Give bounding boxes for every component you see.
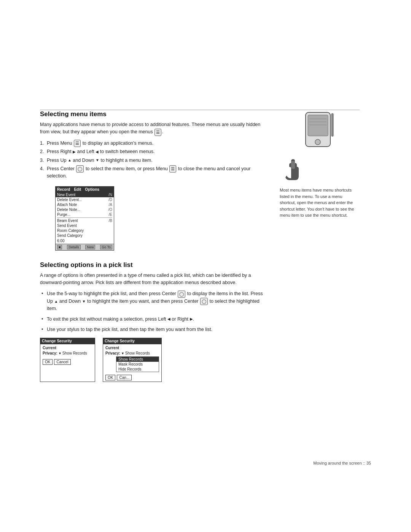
picklist2-option-mask[interactable]: Mask Records xyxy=(116,362,159,367)
right-arrow-2: ▶ xyxy=(190,316,193,322)
center-icon-2: ◯ xyxy=(200,298,208,305)
hand-pointer-icon xyxy=(284,159,301,180)
right-arrow-icon: ▶ xyxy=(73,149,76,155)
picklist2-privacy-value: Show Records xyxy=(125,351,150,355)
page-footer: Moving around the screen :: 35 xyxy=(313,461,371,465)
left-arrow-2: ◀ xyxy=(167,316,170,322)
main-content: Selecting menu items Many applications h… xyxy=(40,110,264,382)
menu-row-beam-event: Beam Event /B xyxy=(56,218,114,223)
menu-divider xyxy=(57,217,112,218)
svg-rect-1 xyxy=(308,115,328,136)
picklist1-current-label: Current xyxy=(43,346,56,350)
pda-device-container xyxy=(280,110,356,152)
menu-row-room-category: Room Category xyxy=(56,228,114,233)
picklist2-header: Change Security i xyxy=(103,338,161,344)
hand-pointer-container xyxy=(284,159,356,182)
bullet-3: Use your stylus to tap the pick list, an… xyxy=(40,326,264,333)
bullet-1: Use the 5-way to highlight the pick list… xyxy=(40,290,264,312)
section2-intro: A range of options is often presented in… xyxy=(40,272,264,287)
picklist2-arrow: ▼ xyxy=(121,351,124,355)
picklist-screenshot-1: Change Security i Current Privacy: ▼ Sho… xyxy=(40,338,95,382)
picklist1-privacy-row: Privacy: ▼ Show Records xyxy=(43,351,92,355)
menu-footer-goto: Go To xyxy=(100,245,112,249)
section2-title: Selecting options in a pick list xyxy=(40,261,264,269)
page: Selecting menu items Many applications h… xyxy=(0,0,411,532)
picklist2-privacy-row: Privacy: ▼ Show Records xyxy=(105,351,159,355)
picklist2-current-label: Current xyxy=(105,346,119,350)
picklist2-options: Show Records Mask Records Hide Records xyxy=(116,356,159,372)
picklist-screenshot-2: Change Security i Current Privacy: ▼ Sho… xyxy=(103,338,162,382)
menu-screenshot: Record Edit Options New Event /N Delete … xyxy=(55,186,114,251)
bullet-2: To exit the pick list without making a s… xyxy=(40,316,264,323)
section2-bullets: Use the 5-way to highlight the pick list… xyxy=(40,290,264,333)
picklist1-privacy-label: Privacy: xyxy=(43,351,57,355)
menu-footer-details: ■ xyxy=(57,245,62,249)
svg-point-5 xyxy=(315,139,320,145)
section-divider xyxy=(40,110,360,110)
section1-steps: 1. Press Menu ☰ to display an applicatio… xyxy=(40,140,264,180)
picklist1-arrow: ▼ xyxy=(58,351,62,355)
menu-header: Record Edit Options xyxy=(56,187,114,192)
menu-screenshot-container: Record Edit Options New Event /N Delete … xyxy=(48,184,264,251)
center-icon-1: ◯ xyxy=(178,291,185,298)
menu-footer: ■ Details New Go To xyxy=(56,244,114,250)
menu-icon: ☰ xyxy=(155,129,161,136)
right-sidebar: Most menu items have menu shortcuts list… xyxy=(280,110,356,219)
picklist1-info-icon: i xyxy=(89,339,93,343)
menu-row-send-event: Send Event xyxy=(56,223,114,228)
section1-intro: Many applications have menus to provide … xyxy=(40,121,264,136)
picklist1-current-row: Current xyxy=(43,346,92,350)
menu-header-options: Options xyxy=(85,187,99,192)
menu-row-attach-note: Attach Note /A xyxy=(56,202,114,207)
picklist2-current-row: Current xyxy=(105,346,159,350)
step-2: 2. Press Right ▶ and Left ◀ to switch be… xyxy=(40,148,264,155)
picklist2-ok-btn[interactable]: OK xyxy=(105,375,115,380)
section1-title: Selecting menu items xyxy=(40,110,264,118)
picklist2-info-icon: i xyxy=(155,339,160,343)
picklist1-ok-btn[interactable]: OK xyxy=(43,359,53,365)
menu-time: 6:00 xyxy=(56,238,114,244)
up-arrow-2: ▲ xyxy=(54,299,58,305)
picklist1-title: Change Security xyxy=(42,339,72,343)
menu-header-edit: Edit xyxy=(74,187,81,192)
up-arrow-icon: ▲ xyxy=(68,157,72,163)
menu-row-delete-event: Delete Event... /D xyxy=(56,197,114,202)
section-selecting-options: Selecting options in a pick list A range… xyxy=(40,261,264,382)
picklist2-cancel-btn[interactable]: Can... xyxy=(117,375,132,380)
pda-device-icon xyxy=(302,110,334,152)
picklist2-body: Current Privacy: ▼ Show Records Show Rec… xyxy=(103,344,161,374)
picklist1-cancel-btn[interactable]: Cancel xyxy=(54,359,70,365)
svg-rect-7 xyxy=(291,161,295,169)
menu-row-send-category: Send Category xyxy=(56,233,114,238)
menu-row-new-event: New Event /N xyxy=(56,192,114,197)
menu-row-purge: Purge... /E xyxy=(56,212,114,217)
menu-row-delete-note: Delete Note... /O xyxy=(56,207,114,212)
menu-button-icon: ☰ xyxy=(74,140,81,147)
step-3: 3. Press Up ▲ and Down ▼ to highlight a … xyxy=(40,157,264,164)
picklist2-title: Change Security xyxy=(105,339,135,343)
svg-rect-6 xyxy=(331,113,333,136)
picklist2-option-hide[interactable]: Hide Records xyxy=(116,367,159,372)
picklist2-option-show[interactable]: Show Records xyxy=(116,357,159,362)
down-arrow-2: ▼ xyxy=(82,299,86,305)
step-4: 4. Press Center ◯ to select the menu ite… xyxy=(40,165,264,180)
menu-footer-new: New xyxy=(85,245,95,249)
sidebar-shortcut-text: Most menu items have menu shortcuts list… xyxy=(280,187,356,219)
picklist1-body: Current Privacy: ▼ Show Records xyxy=(40,344,95,358)
picklist1-header: Change Security i xyxy=(40,338,95,344)
picklist1-footer: OK Cancel xyxy=(40,358,95,366)
menu-header-record: Record xyxy=(57,187,70,192)
picklist-screenshots: Change Security i Current Privacy: ▼ Sho… xyxy=(40,338,264,382)
picklist2-footer: OK Can... xyxy=(103,374,161,382)
step-1: 1. Press Menu ☰ to display an applicatio… xyxy=(40,140,264,147)
section-selecting-menu-items: Selecting menu items Many applications h… xyxy=(40,110,264,251)
menu-button-icon2: ☰ xyxy=(169,165,176,173)
center-button-icon: ◯ xyxy=(76,165,84,173)
picklist1-privacy-value: Show Records xyxy=(62,351,87,355)
menu-footer-details-label: Details xyxy=(67,245,81,249)
picklist2-privacy-label: Privacy: xyxy=(105,351,120,355)
down-arrow-icon: ▼ xyxy=(96,157,99,163)
left-arrow-icon: ◀ xyxy=(96,149,99,155)
